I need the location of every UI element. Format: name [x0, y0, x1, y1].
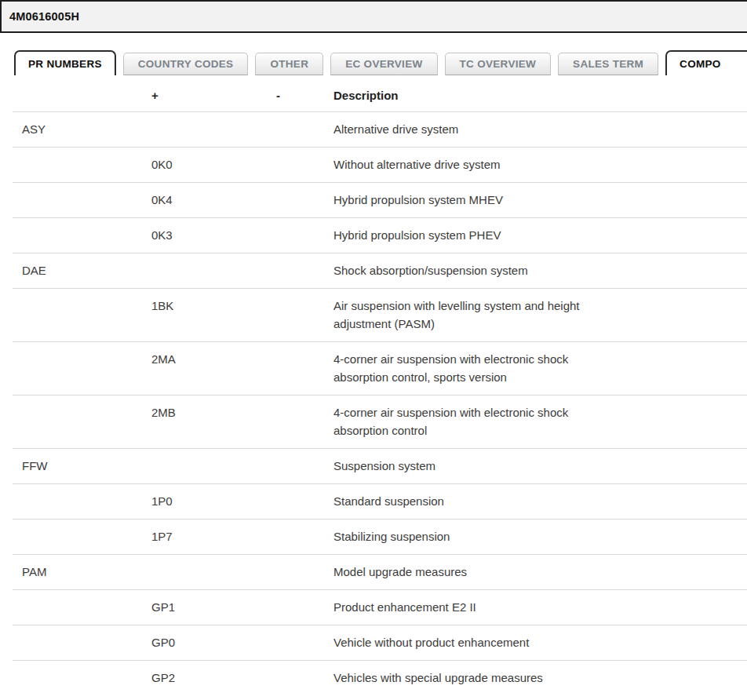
cell-plus-code: 0K3	[151, 218, 276, 253]
tab-other[interactable]: OTHER	[255, 53, 323, 75]
cell-plus-code: 1BK	[151, 289, 276, 342]
cell-minus-code	[276, 148, 333, 183]
table-row: 0K3 Hybrid propulsion system PHEV	[13, 218, 747, 253]
cell-description: 4-corner air suspension with electronic …	[333, 396, 747, 449]
description-text: Vehicle without product enhancement	[333, 633, 618, 651]
header-description: Description	[333, 77, 747, 112]
cell-family-code	[13, 625, 151, 661]
tab-compo[interactable]: COMPO	[665, 50, 747, 75]
header-minus: -	[276, 77, 333, 112]
cell-plus-code: 2MB	[151, 396, 276, 449]
tab-tc-overview[interactable]: TC OVERVIEW	[445, 53, 552, 75]
cell-family-code	[13, 590, 151, 625]
table-row: GP2 Vehicles with special upgrade measur…	[13, 661, 747, 696]
cell-description: Hybrid propulsion system PHEV	[333, 218, 747, 253]
cell-description: Model upgrade measures	[333, 555, 747, 590]
cell-minus-code	[276, 183, 333, 218]
description-text: Hybrid propulsion system PHEV	[333, 226, 618, 244]
description-text: Air suspension with levelling system and…	[333, 297, 618, 333]
cell-minus-code	[276, 112, 333, 148]
description-text: 4-corner air suspension with electronic …	[333, 350, 618, 386]
cell-plus-code: GP1	[151, 590, 276, 625]
cell-plus-code: GP0	[151, 625, 276, 661]
cell-minus-code	[276, 484, 333, 520]
cell-plus-code: 2MA	[151, 342, 276, 396]
cell-minus-code	[276, 449, 333, 484]
table-body: ASY Alternative drive system 0K0 Without…	[13, 112, 747, 696]
cell-plus-code	[151, 253, 276, 289]
part-number-bar: 4M0616005H	[0, 0, 747, 33]
cell-minus-code	[276, 218, 333, 253]
description-text: 4-corner air suspension with electronic …	[333, 403, 618, 439]
table-row: ASY Alternative drive system	[13, 112, 747, 148]
cell-description: Standard suspension	[333, 484, 747, 520]
cell-family-code: FFW	[13, 449, 151, 484]
header-family	[13, 77, 151, 112]
tab-ec-overview[interactable]: EC OVERVIEW	[330, 53, 437, 75]
cell-description: 4-corner air suspension with electronic …	[333, 342, 747, 396]
table-row: 1P7 Stabilizing suspension	[13, 520, 747, 555]
cell-minus-code	[276, 555, 333, 590]
cell-family-code: ASY	[13, 112, 151, 148]
table-row: GP1 Product enhancement E2 II	[13, 590, 747, 625]
description-text: Vehicles with special upgrade measures	[333, 669, 618, 687]
cell-minus-code	[276, 520, 333, 555]
cell-plus-code: 1P7	[151, 520, 276, 555]
description-text: Without alternative drive system	[333, 155, 618, 173]
tab-pr-numbers[interactable]: PR NUMBERS	[14, 50, 116, 75]
cell-description: Vehicles with special upgrade measures	[333, 661, 747, 696]
table-row: 1BK Air suspension with levelling system…	[13, 289, 747, 342]
cell-family-code	[13, 218, 151, 253]
table-row: 2MA 4-corner air suspension with electro…	[13, 342, 747, 396]
cell-plus-code	[151, 112, 276, 148]
cell-plus-code	[151, 555, 276, 590]
table-row: FFW Suspension system	[13, 449, 747, 484]
tab-sales-term[interactable]: SALES TERM	[558, 53, 658, 75]
cell-description: Stabilizing suspension	[333, 520, 747, 555]
cell-description: Air suspension with levelling system and…	[333, 289, 747, 342]
tab-country-codes[interactable]: COUNTRY CODES	[123, 53, 249, 75]
description-text: Stabilizing suspension	[333, 527, 618, 545]
cell-minus-code	[276, 590, 333, 625]
cell-description: Shock absorption/suspension system	[333, 253, 747, 289]
cell-description: Suspension system	[333, 449, 747, 484]
cell-minus-code	[276, 625, 333, 661]
description-text: Alternative drive system	[333, 120, 618, 138]
cell-minus-code	[276, 396, 333, 449]
cell-family-code	[13, 148, 151, 183]
cell-description: Product enhancement E2 II	[333, 590, 747, 625]
part-number: 4M0616005H	[9, 10, 79, 23]
cell-plus-code: 0K0	[151, 148, 276, 183]
cell-minus-code	[276, 253, 333, 289]
cell-description: Alternative drive system	[333, 112, 747, 148]
cell-minus-code	[276, 661, 333, 696]
table-row: 0K4 Hybrid propulsion system MHEV	[13, 183, 747, 218]
cell-family-code	[13, 484, 151, 520]
description-text: Shock absorption/suspension system	[333, 261, 618, 279]
table-row: 0K0 Without alternative drive system	[13, 148, 747, 183]
cell-family-code: DAE	[13, 253, 151, 289]
table-row: 1P0 Standard suspension	[13, 484, 747, 520]
cell-family-code	[13, 289, 151, 342]
pr-numbers-table: + - Description ASY Alternative drive sy…	[13, 77, 747, 695]
cell-plus-code: 1P0	[151, 484, 276, 520]
cell-family-code	[13, 520, 151, 555]
table-row: DAE Shock absorption/suspension system	[13, 253, 747, 289]
cell-plus-code: 0K4	[151, 183, 276, 218]
cell-family-code	[13, 661, 151, 696]
table-header-row: + - Description	[13, 77, 747, 112]
description-text: Suspension system	[333, 457, 618, 475]
cell-description: Hybrid propulsion system MHEV	[333, 183, 747, 218]
cell-minus-code	[276, 289, 333, 342]
cell-family-code	[13, 183, 151, 218]
cell-plus-code: GP2	[151, 661, 276, 696]
cell-family-code: PAM	[13, 555, 151, 590]
header-plus: +	[151, 77, 276, 112]
cell-description: Without alternative drive system	[333, 148, 747, 183]
cell-family-code	[13, 342, 151, 396]
cell-description: Vehicle without product enhancement	[333, 625, 747, 661]
table-row: GP0 Vehicle without product enhancement	[13, 625, 747, 661]
description-text: Standard suspension	[333, 492, 618, 510]
description-text: Model upgrade measures	[333, 563, 618, 581]
cell-family-code	[13, 396, 151, 449]
